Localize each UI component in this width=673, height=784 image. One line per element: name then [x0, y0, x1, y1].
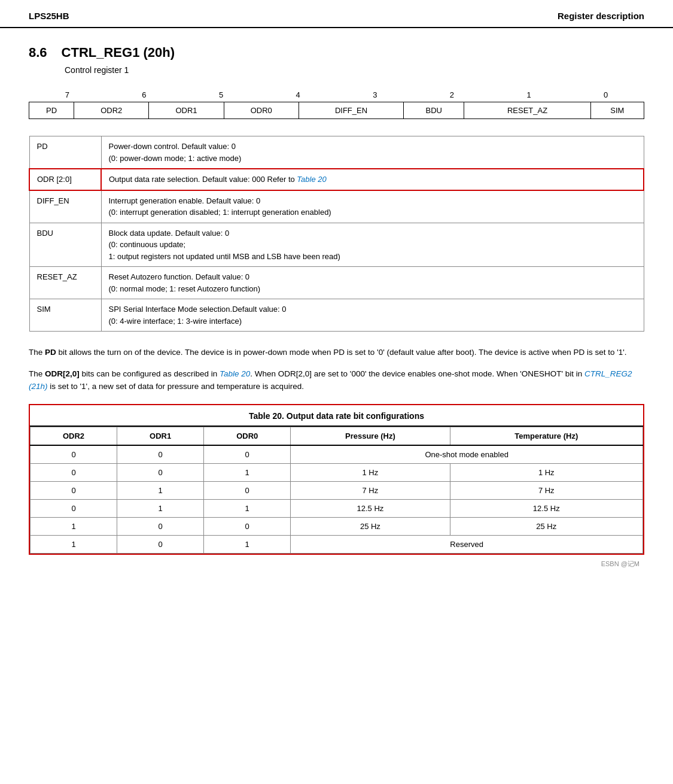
- bit-pos-4: 4: [260, 89, 337, 101]
- output-th-PressureHz: Pressure (Hz): [291, 427, 450, 445]
- bit-register-table: PDODR2ODR1ODR0DIFF_ENBDURESET_AZSIM: [29, 102, 644, 119]
- watermark: ESBN @记M: [29, 557, 644, 571]
- main-content: 8.6 CTRL_REG1 (20h) Control register 1 7…: [0, 45, 673, 595]
- bit-table-container: 76543210 PDODR2ODR1ODR0DIFF_ENBDURESET_A…: [29, 89, 644, 119]
- pressure-merged-cell-5: Reserved: [291, 535, 643, 553]
- desc-cell-desc-4: Reset Autozero function. Default value: …: [101, 267, 644, 299]
- bit-cell-ODR1: ODR1: [149, 102, 224, 119]
- odr1-cell-4: 0: [117, 517, 204, 535]
- odr1-cell-5: 0: [117, 535, 204, 553]
- pressure-cell-1: 1 Hz: [291, 463, 450, 481]
- header-left: LPS25HB: [29, 11, 69, 21]
- desc-row-3: BDUBlock data update. Default value: 0(0…: [29, 223, 644, 267]
- bit-pos-0: 0: [567, 89, 644, 101]
- section-title: CTRL_REG1 (20h): [62, 45, 175, 60]
- bit-cell-SIM: SIM: [590, 102, 644, 119]
- desc-row-1: ODR [2:0]Output data rate selection. Def…: [29, 169, 644, 190]
- bit-positions: 76543210: [29, 89, 644, 101]
- output-th-ODR2: ODR2: [31, 427, 117, 445]
- bit-cell-DIFFEN: DIFF_EN: [299, 102, 403, 119]
- output-table-wrapper: Table 20. Output data rate bit configura…: [29, 404, 644, 555]
- section-number: 8.6: [29, 45, 47, 60]
- bit-pos-1: 1: [491, 89, 568, 101]
- odr2-cell-2: 0: [31, 481, 117, 499]
- ctrl-reg2-link[interactable]: CTRL_REG2 (21h): [29, 369, 632, 391]
- bit-pos-3: 3: [337, 89, 414, 101]
- desc-cell-name-1: ODR [2:0]: [29, 169, 101, 190]
- bit-pos-5: 5: [182, 89, 260, 101]
- odr0-cell-0: 0: [204, 445, 291, 464]
- desc-row-0: PDPower-down control. Default value: 0(0…: [29, 136, 644, 169]
- odr2-cell-1: 0: [31, 463, 117, 481]
- desc-row-5: SIMSPI Serial Interface Mode selection.D…: [29, 299, 644, 332]
- odr0-cell-5: 1: [204, 535, 291, 553]
- pd-bold: PD: [45, 348, 56, 357]
- temperature-cell-3: 12.5 Hz: [450, 499, 643, 517]
- table20-link[interactable]: Table 20: [220, 369, 250, 378]
- temperature-cell-4: 25 Hz: [450, 517, 643, 535]
- desc-row-2: DIFF_ENInterrupt generation enable. Defa…: [29, 190, 644, 223]
- odr2-cell-5: 1: [31, 535, 117, 553]
- table20-desc-link[interactable]: Table 20: [297, 175, 326, 184]
- output-row-2: 0107 Hz7 Hz: [31, 481, 643, 499]
- bit-cell-ODR0: ODR0: [224, 102, 299, 119]
- odr-bold: ODR[2,0]: [45, 369, 80, 378]
- output-row-1: 0011 Hz1 Hz: [31, 463, 643, 481]
- desc-cell-desc-0: Power-down control. Default value: 0(0: …: [101, 136, 644, 169]
- odr2-cell-4: 1: [31, 517, 117, 535]
- odr1-cell-2: 1: [117, 481, 204, 499]
- odr2-cell-0: 0: [31, 445, 117, 464]
- pressure-cell-4: 25 Hz: [291, 517, 450, 535]
- section-heading: 8.6 CTRL_REG1 (20h): [29, 45, 644, 60]
- output-row-3: 01112.5 Hz12.5 Hz: [31, 499, 643, 517]
- bit-cell-BDU: BDU: [404, 102, 464, 119]
- output-table-title: Table 20. Output data rate bit configura…: [30, 405, 643, 427]
- output-row-0: 000One-shot mode enabled: [31, 445, 643, 464]
- desc-cell-name-3: BDU: [29, 223, 101, 267]
- header-right: Register description: [558, 11, 644, 21]
- pressure-merged-cell-0: One-shot mode enabled: [291, 445, 643, 464]
- pressure-cell-3: 12.5 Hz: [291, 499, 450, 517]
- odr1-cell-1: 0: [117, 463, 204, 481]
- odr0-cell-1: 1: [204, 463, 291, 481]
- bit-pos-2: 2: [413, 89, 491, 101]
- desc-row-4: RESET_AZReset Autozero function. Default…: [29, 267, 644, 299]
- paragraph-2: The ODR[2,0] bits can be configured as d…: [29, 367, 644, 393]
- desc-cell-desc-3: Block data update. Default value: 0(0: c…: [101, 223, 644, 267]
- output-th-TemperatureHz: Temperature (Hz): [450, 427, 643, 445]
- odr0-cell-2: 0: [204, 481, 291, 499]
- odr0-cell-3: 1: [204, 499, 291, 517]
- odr1-cell-3: 1: [117, 499, 204, 517]
- bit-cell-RESETAZ: RESET_AZ: [464, 102, 590, 119]
- section-subtitle: Control register 1: [65, 65, 644, 75]
- pressure-cell-2: 7 Hz: [291, 481, 450, 499]
- output-table: ODR2ODR1ODR0Pressure (Hz)Temperature (Hz…: [30, 427, 643, 554]
- desc-cell-name-4: RESET_AZ: [29, 267, 101, 299]
- desc-cell-name-5: SIM: [29, 299, 101, 332]
- desc-cell-desc-5: SPI Serial Interface Mode selection.Defa…: [101, 299, 644, 332]
- bit-cell-PD: PD: [29, 102, 74, 119]
- output-row-5: 101Reserved: [31, 535, 643, 553]
- desc-cell-desc-2: Interrupt generation enable. Default val…: [101, 190, 644, 223]
- desc-table: PDPower-down control. Default value: 0(0…: [29, 136, 644, 332]
- output-th-ODR1: ODR1: [117, 427, 204, 445]
- desc-cell-name-0: PD: [29, 136, 101, 169]
- page-header: LPS25HB Register description: [0, 0, 673, 28]
- odr0-cell-4: 0: [204, 517, 291, 535]
- desc-cell-desc-1: Output data rate selection. Default valu…: [101, 169, 644, 190]
- temperature-cell-1: 1 Hz: [450, 463, 643, 481]
- desc-cell-name-2: DIFF_EN: [29, 190, 101, 223]
- bit-pos-6: 6: [106, 89, 183, 101]
- odr2-cell-3: 0: [31, 499, 117, 517]
- temperature-cell-2: 7 Hz: [450, 481, 643, 499]
- paragraph-1: The PD bit allows the turn on of the dev…: [29, 346, 644, 359]
- odr1-cell-0: 0: [117, 445, 204, 464]
- output-row-4: 10025 Hz25 Hz: [31, 517, 643, 535]
- bit-pos-7: 7: [29, 89, 106, 101]
- output-th-ODR0: ODR0: [204, 427, 291, 445]
- bit-cell-ODR2: ODR2: [74, 102, 149, 119]
